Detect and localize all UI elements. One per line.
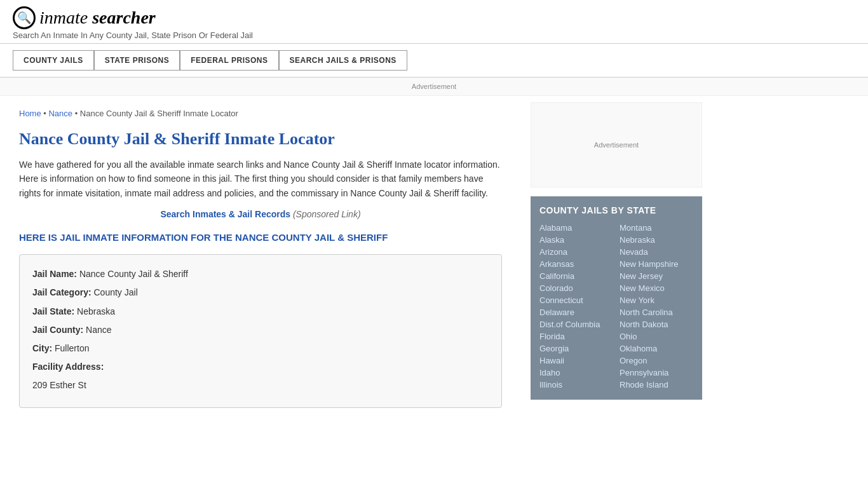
sponsored-link-area: Search Inmates & Jail Records (Sponsored… — [19, 209, 502, 219]
breadcrumb-nance[interactable]: Nance — [48, 109, 72, 118]
jail-city-row: City: Fullerton — [32, 341, 489, 356]
page-title: Nance County Jail & Sheriff Inmate Locat… — [19, 130, 502, 149]
state-link[interactable]: New York — [620, 294, 693, 306]
county-jails-btn[interactable]: COUNTY JAILS — [13, 50, 94, 71]
state-link[interactable]: Pennsylvania — [620, 367, 693, 379]
state-col2: MontanaNebraskaNevadaNew HampshireNew Je… — [620, 222, 693, 391]
state-link[interactable]: New Mexico — [620, 282, 693, 294]
jail-name-value: Nance County Jail & Sheriff — [79, 269, 188, 279]
state-columns: AlabamaAlaskaArizonaArkansasCaliforniaCo… — [539, 222, 693, 391]
state-link[interactable]: Florida — [539, 330, 613, 342]
jail-address-value: 209 Esther St — [32, 380, 86, 390]
jail-state-row: Jail State: Nebraska — [32, 304, 489, 320]
jail-city-label: City: — [32, 343, 52, 353]
state-link[interactable]: New Hampshire — [620, 258, 693, 270]
state-link[interactable]: New Jersey — [620, 270, 693, 282]
state-link[interactable]: Alabama — [539, 222, 613, 234]
logo-text: inmate searcher — [39, 8, 156, 28]
jail-address-value-row: 209 Esther St — [32, 377, 489, 393]
state-link[interactable]: Arkansas — [539, 258, 613, 270]
state-link[interactable]: Oklahoma — [620, 342, 693, 355]
jail-details-box: Jail Name: Nance County Jail & Sheriff J… — [19, 254, 502, 408]
state-link[interactable]: North Carolina — [620, 306, 693, 318]
jail-category-row: Jail Category: County Jail — [32, 285, 489, 301]
jail-state-value: Nebraska — [77, 306, 115, 316]
state-link[interactable]: Connecticut — [539, 294, 613, 306]
jail-state-label: Jail State: — [32, 306, 74, 316]
federal-prisons-btn[interactable]: FEDERAL PRISONS — [180, 50, 278, 71]
state-link[interactable]: Idaho — [539, 367, 613, 379]
state-link[interactable]: Georgia — [539, 342, 613, 355]
state-link[interactable]: North Dakota — [620, 318, 693, 330]
tagline: Search An Inmate In Any County Jail, Sta… — [13, 30, 855, 40]
header: 🔍 inmate searcher Search An Inmate In An… — [0, 0, 868, 44]
jail-county-value: Nance — [86, 325, 111, 335]
jail-address-row: Facility Address: — [32, 359, 489, 375]
state-link[interactable]: Dist.of Columbia — [539, 318, 613, 330]
state-link[interactable]: Ohio — [620, 330, 693, 342]
sponsored-note: (Sponsored Link) — [293, 209, 361, 219]
jail-name-row: Jail Name: Nance County Jail & Sheriff — [32, 266, 489, 282]
jail-county-row: Jail County: Nance — [32, 322, 489, 338]
nav-bar: COUNTY JAILS STATE PRISONS FEDERAL PRISO… — [0, 44, 868, 78]
state-link[interactable]: Nevada — [620, 246, 693, 258]
jail-category-value: County Jail — [93, 287, 137, 297]
search-jails-btn[interactable]: SEARCH JAILS & PRISONS — [279, 50, 407, 71]
state-box-title: COUNTY JAILS BY STATE — [539, 205, 693, 215]
logo-icon: 🔍 — [13, 6, 36, 29]
state-link[interactable]: Nebraska — [620, 234, 693, 246]
jail-county-label: Jail County: — [32, 325, 83, 335]
jail-city-value: Fullerton — [55, 343, 89, 353]
state-link[interactable]: Colorado — [539, 282, 613, 294]
breadcrumb: Home • Nance • Nance County Jail & Sheri… — [19, 109, 502, 118]
logo-area: 🔍 inmate searcher — [13, 6, 855, 29]
state-box: COUNTY JAILS BY STATE AlabamaAlaskaArizo… — [531, 196, 702, 400]
state-prisons-btn[interactable]: STATE PRISONS — [94, 50, 180, 71]
ad-bar: Advertisement — [0, 78, 868, 96]
jail-name-label: Jail Name: — [32, 269, 77, 279]
state-link[interactable]: Illinois — [539, 379, 613, 391]
state-link[interactable]: Montana — [620, 222, 693, 234]
state-link[interactable]: Oregon — [620, 355, 693, 367]
content-area: Home • Nance • Nance County Jail & Sheri… — [0, 96, 521, 421]
jail-info-heading: HERE IS JAIL INMATE INFORMATION FOR THE … — [19, 231, 502, 244]
state-link[interactable]: Rhode Island — [620, 379, 693, 391]
sidebar-ad: Advertisement — [531, 102, 702, 187]
description: We have gathered for you all the availab… — [19, 158, 502, 200]
breadcrumb-sep2: • — [75, 109, 80, 118]
sponsored-link[interactable]: Search Inmates & Jail Records — [160, 209, 290, 219]
state-link[interactable]: Alaska — [539, 234, 613, 246]
sidebar: Advertisement COUNTY JAILS BY STATE Alab… — [521, 96, 712, 421]
state-link[interactable]: Delaware — [539, 306, 613, 318]
state-link[interactable]: Hawaii — [539, 355, 613, 367]
breadcrumb-current: Nance County Jail & Sheriff Inmate Locat… — [80, 109, 238, 118]
jail-category-label: Jail Category: — [32, 287, 92, 297]
main-layout: Home • Nance • Nance County Jail & Sheri… — [0, 96, 868, 421]
state-col1: AlabamaAlaskaArizonaArkansasCaliforniaCo… — [539, 222, 613, 391]
breadcrumb-home[interactable]: Home — [19, 109, 41, 118]
jail-address-label: Facility Address: — [32, 362, 104, 372]
state-link[interactable]: Arizona — [539, 246, 613, 258]
nav-buttons: COUNTY JAILS STATE PRISONS FEDERAL PRISO… — [13, 50, 855, 71]
state-link[interactable]: California — [539, 270, 613, 282]
